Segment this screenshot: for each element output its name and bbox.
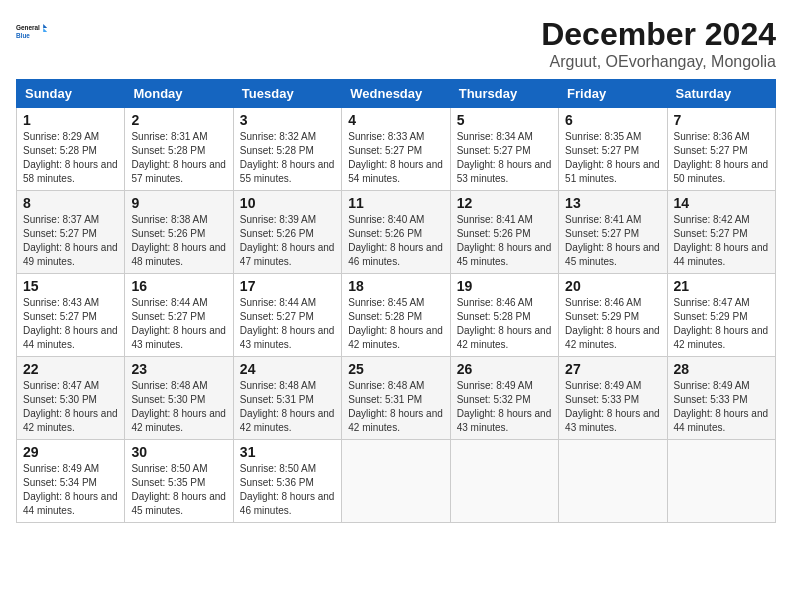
- day-number: 17: [240, 278, 335, 294]
- day-number: 4: [348, 112, 443, 128]
- calendar-day-cell: 8Sunrise: 8:37 AMSunset: 5:27 PMDaylight…: [17, 191, 125, 274]
- title-block: December 2024 Arguut, OEvorhangay, Mongo…: [541, 16, 776, 71]
- day-number: 30: [131, 444, 226, 460]
- calendar-day-cell: 10Sunrise: 8:39 AMSunset: 5:26 PMDayligh…: [233, 191, 341, 274]
- calendar-table: SundayMondayTuesdayWednesdayThursdayFrid…: [16, 79, 776, 523]
- day-number: 28: [674, 361, 769, 377]
- calendar-day-cell: 5Sunrise: 8:34 AMSunset: 5:27 PMDaylight…: [450, 108, 558, 191]
- day-number: 5: [457, 112, 552, 128]
- day-number: 14: [674, 195, 769, 211]
- day-info: Sunrise: 8:32 AMSunset: 5:28 PMDaylight:…: [240, 130, 335, 186]
- calendar-day-cell: 22Sunrise: 8:47 AMSunset: 5:30 PMDayligh…: [17, 357, 125, 440]
- day-number: 22: [23, 361, 118, 377]
- day-number: 8: [23, 195, 118, 211]
- calendar-day-cell: 27Sunrise: 8:49 AMSunset: 5:33 PMDayligh…: [559, 357, 667, 440]
- svg-text:Blue: Blue: [16, 32, 30, 39]
- day-info: Sunrise: 8:40 AMSunset: 5:26 PMDaylight:…: [348, 213, 443, 269]
- day-info: Sunrise: 8:45 AMSunset: 5:28 PMDaylight:…: [348, 296, 443, 352]
- calendar-day-cell: 16Sunrise: 8:44 AMSunset: 5:27 PMDayligh…: [125, 274, 233, 357]
- calendar-day-cell: 31Sunrise: 8:50 AMSunset: 5:36 PMDayligh…: [233, 440, 341, 523]
- day-info: Sunrise: 8:49 AMSunset: 5:32 PMDaylight:…: [457, 379, 552, 435]
- calendar-day-cell: [450, 440, 558, 523]
- calendar-day-header: Sunday: [17, 80, 125, 108]
- calendar-day-cell: 12Sunrise: 8:41 AMSunset: 5:26 PMDayligh…: [450, 191, 558, 274]
- day-number: 11: [348, 195, 443, 211]
- calendar-day-cell: 28Sunrise: 8:49 AMSunset: 5:33 PMDayligh…: [667, 357, 775, 440]
- svg-text:General: General: [16, 24, 40, 31]
- day-info: Sunrise: 8:38 AMSunset: 5:26 PMDaylight:…: [131, 213, 226, 269]
- day-number: 27: [565, 361, 660, 377]
- calendar-day-cell: 14Sunrise: 8:42 AMSunset: 5:27 PMDayligh…: [667, 191, 775, 274]
- calendar-day-cell: 3Sunrise: 8:32 AMSunset: 5:28 PMDaylight…: [233, 108, 341, 191]
- calendar-day-cell: 26Sunrise: 8:49 AMSunset: 5:32 PMDayligh…: [450, 357, 558, 440]
- day-number: 6: [565, 112, 660, 128]
- svg-marker-3: [43, 28, 47, 32]
- calendar-day-header: Wednesday: [342, 80, 450, 108]
- day-number: 15: [23, 278, 118, 294]
- day-number: 23: [131, 361, 226, 377]
- day-info: Sunrise: 8:46 AMSunset: 5:28 PMDaylight:…: [457, 296, 552, 352]
- calendar-week-row: 15Sunrise: 8:43 AMSunset: 5:27 PMDayligh…: [17, 274, 776, 357]
- day-info: Sunrise: 8:48 AMSunset: 5:30 PMDaylight:…: [131, 379, 226, 435]
- calendar-day-cell: 9Sunrise: 8:38 AMSunset: 5:26 PMDaylight…: [125, 191, 233, 274]
- day-number: 16: [131, 278, 226, 294]
- day-info: Sunrise: 8:37 AMSunset: 5:27 PMDaylight:…: [23, 213, 118, 269]
- day-number: 12: [457, 195, 552, 211]
- calendar-day-cell: 15Sunrise: 8:43 AMSunset: 5:27 PMDayligh…: [17, 274, 125, 357]
- svg-marker-2: [43, 24, 47, 28]
- day-number: 26: [457, 361, 552, 377]
- calendar-day-cell: 24Sunrise: 8:48 AMSunset: 5:31 PMDayligh…: [233, 357, 341, 440]
- calendar-week-row: 8Sunrise: 8:37 AMSunset: 5:27 PMDaylight…: [17, 191, 776, 274]
- calendar-day-header: Thursday: [450, 80, 558, 108]
- day-number: 1: [23, 112, 118, 128]
- day-info: Sunrise: 8:36 AMSunset: 5:27 PMDaylight:…: [674, 130, 769, 186]
- day-info: Sunrise: 8:49 AMSunset: 5:33 PMDaylight:…: [565, 379, 660, 435]
- calendar-day-cell: 11Sunrise: 8:40 AMSunset: 5:26 PMDayligh…: [342, 191, 450, 274]
- day-number: 25: [348, 361, 443, 377]
- calendar-header-row: SundayMondayTuesdayWednesdayThursdayFrid…: [17, 80, 776, 108]
- day-info: Sunrise: 8:48 AMSunset: 5:31 PMDaylight:…: [348, 379, 443, 435]
- calendar-day-header: Friday: [559, 80, 667, 108]
- day-info: Sunrise: 8:50 AMSunset: 5:36 PMDaylight:…: [240, 462, 335, 518]
- day-number: 18: [348, 278, 443, 294]
- calendar-day-cell: 13Sunrise: 8:41 AMSunset: 5:27 PMDayligh…: [559, 191, 667, 274]
- calendar-day-cell: 19Sunrise: 8:46 AMSunset: 5:28 PMDayligh…: [450, 274, 558, 357]
- calendar-day-header: Saturday: [667, 80, 775, 108]
- day-number: 20: [565, 278, 660, 294]
- day-info: Sunrise: 8:39 AMSunset: 5:26 PMDaylight:…: [240, 213, 335, 269]
- calendar-day-cell: 2Sunrise: 8:31 AMSunset: 5:28 PMDaylight…: [125, 108, 233, 191]
- calendar-day-cell: 6Sunrise: 8:35 AMSunset: 5:27 PMDaylight…: [559, 108, 667, 191]
- day-number: 19: [457, 278, 552, 294]
- day-number: 10: [240, 195, 335, 211]
- day-number: 2: [131, 112, 226, 128]
- day-info: Sunrise: 8:47 AMSunset: 5:29 PMDaylight:…: [674, 296, 769, 352]
- calendar-day-cell: 23Sunrise: 8:48 AMSunset: 5:30 PMDayligh…: [125, 357, 233, 440]
- calendar-week-row: 1Sunrise: 8:29 AMSunset: 5:28 PMDaylight…: [17, 108, 776, 191]
- calendar-day-cell: 21Sunrise: 8:47 AMSunset: 5:29 PMDayligh…: [667, 274, 775, 357]
- day-number: 13: [565, 195, 660, 211]
- calendar-day-header: Monday: [125, 80, 233, 108]
- calendar-day-cell: 1Sunrise: 8:29 AMSunset: 5:28 PMDaylight…: [17, 108, 125, 191]
- day-number: 31: [240, 444, 335, 460]
- day-info: Sunrise: 8:48 AMSunset: 5:31 PMDaylight:…: [240, 379, 335, 435]
- day-info: Sunrise: 8:50 AMSunset: 5:35 PMDaylight:…: [131, 462, 226, 518]
- day-info: Sunrise: 8:42 AMSunset: 5:27 PMDaylight:…: [674, 213, 769, 269]
- calendar-day-cell: 18Sunrise: 8:45 AMSunset: 5:28 PMDayligh…: [342, 274, 450, 357]
- calendar-day-cell: [559, 440, 667, 523]
- day-number: 24: [240, 361, 335, 377]
- day-info: Sunrise: 8:49 AMSunset: 5:34 PMDaylight:…: [23, 462, 118, 518]
- day-info: Sunrise: 8:41 AMSunset: 5:26 PMDaylight:…: [457, 213, 552, 269]
- day-info: Sunrise: 8:35 AMSunset: 5:27 PMDaylight:…: [565, 130, 660, 186]
- day-info: Sunrise: 8:46 AMSunset: 5:29 PMDaylight:…: [565, 296, 660, 352]
- day-info: Sunrise: 8:31 AMSunset: 5:28 PMDaylight:…: [131, 130, 226, 186]
- calendar-week-row: 29Sunrise: 8:49 AMSunset: 5:34 PMDayligh…: [17, 440, 776, 523]
- calendar-day-cell: 7Sunrise: 8:36 AMSunset: 5:27 PMDaylight…: [667, 108, 775, 191]
- day-number: 21: [674, 278, 769, 294]
- page-header: GeneralBlue December 2024 Arguut, OEvorh…: [16, 16, 776, 71]
- main-title: December 2024: [541, 16, 776, 53]
- calendar-day-cell: 4Sunrise: 8:33 AMSunset: 5:27 PMDaylight…: [342, 108, 450, 191]
- day-number: 7: [674, 112, 769, 128]
- logo-icon: GeneralBlue: [16, 16, 48, 48]
- day-info: Sunrise: 8:49 AMSunset: 5:33 PMDaylight:…: [674, 379, 769, 435]
- day-info: Sunrise: 8:34 AMSunset: 5:27 PMDaylight:…: [457, 130, 552, 186]
